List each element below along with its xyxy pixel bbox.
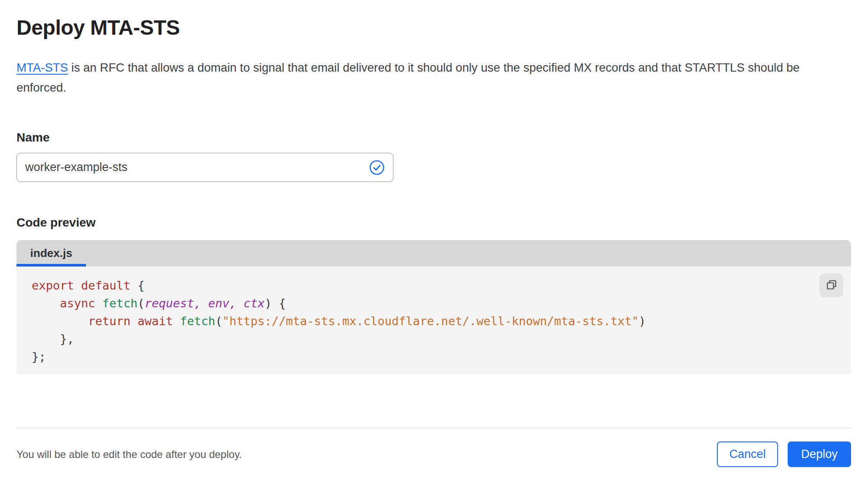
cancel-button[interactable]: Cancel [717, 441, 778, 467]
code-preview-card: index.js export default { async fetch(re… [17, 240, 851, 374]
code-area: export default { async fetch(request, en… [17, 267, 851, 374]
footer-note: You will be able to edit the code after … [17, 448, 242, 461]
copy-code-button[interactable] [819, 273, 843, 297]
footer: You will be able to edit the code after … [17, 441, 851, 467]
code-tab-bar: index.js [17, 240, 851, 267]
description-body: is an RFC that allows a domain to signal… [17, 61, 800, 94]
name-input[interactable] [17, 153, 393, 182]
check-circle-icon [369, 160, 385, 175]
code-block: export default { async fetch(request, en… [32, 277, 851, 366]
mta-sts-link[interactable]: MTA-STS [17, 61, 68, 74]
code-preview-label: Code preview [17, 216, 851, 230]
page-title: Deploy MTA-STS [17, 16, 851, 40]
name-input-wrap [17, 153, 393, 182]
tab-index-js[interactable]: index.js [17, 240, 86, 267]
tab-index-js-label: index.js [30, 247, 73, 260]
name-label: Name [17, 131, 851, 145]
description-text: MTA-STS is an RFC that allows a domain t… [17, 58, 844, 98]
deploy-button[interactable]: Deploy [788, 441, 851, 467]
copy-icon [825, 279, 838, 292]
footer-actions: Cancel Deploy [717, 441, 851, 467]
footer-divider [17, 428, 851, 428]
